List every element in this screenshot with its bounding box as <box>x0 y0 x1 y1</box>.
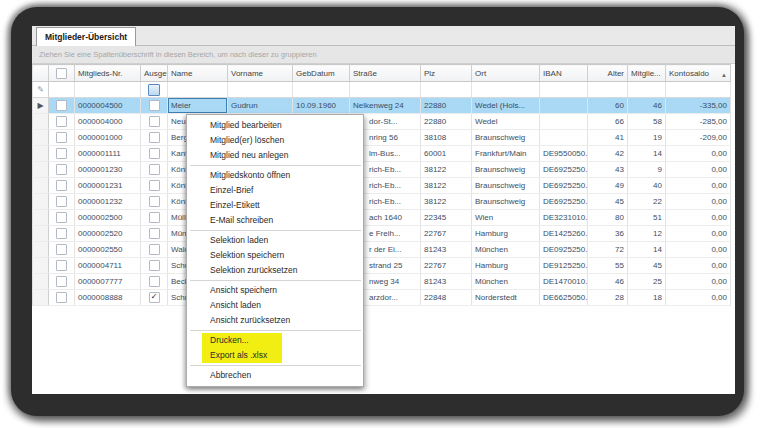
cell-kontosaldo[interactable]: -209,00 <box>666 130 731 146</box>
cell-kontosaldo[interactable]: 0,00 <box>666 194 731 210</box>
ausgetreten-checkbox[interactable] <box>141 274 168 290</box>
ausgetreten-checkbox[interactable] <box>141 98 168 114</box>
row-select-checkbox[interactable] <box>56 212 67 223</box>
cell-alter[interactable]: 28 <box>588 290 628 306</box>
filter-mitglie[interactable] <box>628 82 666 98</box>
cell-mitglie[interactable]: 46 <box>628 98 666 114</box>
cell-kontosaldo[interactable]: 0,00 <box>666 146 731 162</box>
column-header-plz[interactable]: Plz <box>421 65 472 82</box>
cell-iban[interactable] <box>540 130 588 146</box>
cell-plz[interactable]: 22767 <box>421 258 472 274</box>
row-indicator-cell[interactable] <box>33 258 49 274</box>
row-select-checkbox[interactable] <box>56 244 67 255</box>
cell-mitglie[interactable]: 19 <box>628 130 666 146</box>
cell-ort[interactable]: Wedel (Hols... <box>472 98 540 114</box>
cell-kontosaldo[interactable]: 0,00 <box>666 210 731 226</box>
cell-plz[interactable]: 22880 <box>421 114 472 130</box>
cell-mitglie[interactable]: 12 <box>628 226 666 242</box>
menu-item-mitglied-bearbeiten[interactable]: Mitglied bearbeiten <box>187 118 363 133</box>
row-indicator-cell[interactable] <box>33 194 49 210</box>
cell-alter[interactable]: 46 <box>588 274 628 290</box>
cell-plz[interactable]: 22848 <box>421 290 472 306</box>
menu-item-abbrechen[interactable]: Abbrechen <box>187 368 363 383</box>
row-indicator-cell[interactable] <box>33 226 49 242</box>
cell-mitglieds-nr[interactable]: 0000001231 <box>75 178 141 194</box>
ausgetreten-checkbox[interactable] <box>149 116 160 127</box>
cell-iban[interactable] <box>540 98 588 114</box>
row-select-checkbox[interactable] <box>49 242 75 258</box>
cell-mitglieds-nr[interactable]: 0000004000 <box>75 114 141 130</box>
filter-name[interactable] <box>168 82 228 98</box>
cell-ort[interactable]: Hamburg <box>472 258 540 274</box>
menu-item-selektion-zurücksetzen[interactable]: Selektion zurücksetzen <box>187 263 363 278</box>
cell-ort[interactable]: Braunschweig <box>472 162 540 178</box>
table-row[interactable]: 0000002500Mülleach 164022345WienDE323101… <box>33 210 731 226</box>
cell-iban[interactable]: DE6925250... <box>540 162 588 178</box>
cell-ort[interactable]: Wien <box>472 210 540 226</box>
cell-mitglieds-nr[interactable]: 0000002500 <box>75 210 141 226</box>
menu-item-mitglied-er-löschen[interactable]: Mitglied(er) löschen <box>187 133 363 148</box>
row-select-checkbox[interactable] <box>49 178 75 194</box>
ausgetreten-checkbox[interactable] <box>141 194 168 210</box>
cell-iban[interactable] <box>540 114 588 130</box>
cell-plz[interactable]: 60001 <box>421 146 472 162</box>
ausgetreten-checkbox[interactable] <box>141 146 168 162</box>
cell-alter[interactable]: 36 <box>588 226 628 242</box>
cell-ort[interactable]: München <box>472 242 540 258</box>
menu-item-export-als-xlsx[interactable]: Export als .xlsx <box>187 348 363 363</box>
cell-alter[interactable]: 42 <box>588 146 628 162</box>
menu-item-selektion-speichern[interactable]: Selektion speichern <box>187 248 363 263</box>
cell-alter[interactable]: 41 <box>588 130 628 146</box>
ausgetreten-checkbox[interactable] <box>141 242 168 258</box>
cell-alter[interactable]: 80 <box>588 210 628 226</box>
cell-iban[interactable]: DE1425260... <box>540 226 588 242</box>
cell-plz[interactable]: 38108 <box>421 130 472 146</box>
table-row[interactable]: 0000004000Neurdor-St...22880Wedel6658-28… <box>33 114 731 130</box>
select-all-checkbox[interactable] <box>56 68 67 79</box>
row-select-checkbox[interactable] <box>56 164 67 175</box>
cell-alter[interactable]: 43 <box>588 162 628 178</box>
filter-vorname[interactable] <box>228 82 293 98</box>
row-select-checkbox[interactable] <box>56 292 67 303</box>
cell-mitglie[interactable]: 18 <box>628 290 666 306</box>
ausgetreten-checkbox[interactable]: ✓ <box>141 290 168 306</box>
ausgetreten-checkbox[interactable] <box>149 180 160 191</box>
ausgetreten-checkbox[interactable] <box>149 228 160 239</box>
cell-kontosaldo[interactable]: -335,00 <box>666 98 731 114</box>
column-header-strasse[interactable]: Straße <box>350 65 421 82</box>
filter-select-cell[interactable] <box>49 82 75 98</box>
cell-alter[interactable]: 60 <box>588 98 628 114</box>
cell-kontosaldo[interactable]: 0,00 <box>666 258 731 274</box>
cell-kontosaldo[interactable]: 0,00 <box>666 274 731 290</box>
cell-mitglie[interactable]: 25 <box>628 274 666 290</box>
cell-plz[interactable]: 38122 <box>421 178 472 194</box>
cell-mitglieds-nr[interactable]: 0000001230 <box>75 162 141 178</box>
cell-kontosaldo[interactable]: 0,00 <box>666 178 731 194</box>
cell-alter[interactable]: 72 <box>588 242 628 258</box>
row-select-checkbox[interactable] <box>49 98 75 114</box>
cell-ort[interactable]: Braunschweig <box>472 178 540 194</box>
ausgetreten-checkbox[interactable] <box>149 164 160 175</box>
table-row[interactable]: 0000001230Könirich-Eb...38122Braunschwei… <box>33 162 731 178</box>
cell-alter[interactable]: 49 <box>588 178 628 194</box>
ausgetreten-checkbox[interactable] <box>141 210 168 226</box>
cell-mitglie[interactable]: 40 <box>628 178 666 194</box>
filter-mitglieds-nr[interactable] <box>75 82 141 98</box>
cell-plz[interactable]: 22345 <box>421 210 472 226</box>
cell-iban[interactable]: DE6625050... <box>540 290 588 306</box>
row-select-checkbox[interactable] <box>56 180 67 191</box>
filter-gebdatum[interactable] <box>293 82 350 98</box>
cell-mitglie[interactable]: 9 <box>628 162 666 178</box>
ausgetreten-checkbox[interactable] <box>149 276 160 287</box>
cell-ort[interactable]: Frankfurt/Main <box>472 146 540 162</box>
cell-mitglie[interactable]: 51 <box>628 210 666 226</box>
menu-item-mitgliedskonto-öffnen[interactable]: Mitgliedskonto öffnen <box>187 168 363 183</box>
menu-item-ansicht-speichern[interactable]: Ansicht speichern <box>187 283 363 298</box>
ausgetreten-checkbox[interactable] <box>141 114 168 130</box>
table-row[interactable]: ▶0000004500MeierGudrun10.09.1960Nelkenwe… <box>33 98 731 114</box>
cell-mitglieds-nr[interactable]: 0000004500 <box>75 98 141 114</box>
filter-alter[interactable] <box>588 82 628 98</box>
cell-iban[interactable]: DE6925250... <box>540 178 588 194</box>
column-header-iban[interactable]: IBAN <box>540 65 588 82</box>
row-indicator-arrow[interactable]: ▶ <box>33 98 49 114</box>
